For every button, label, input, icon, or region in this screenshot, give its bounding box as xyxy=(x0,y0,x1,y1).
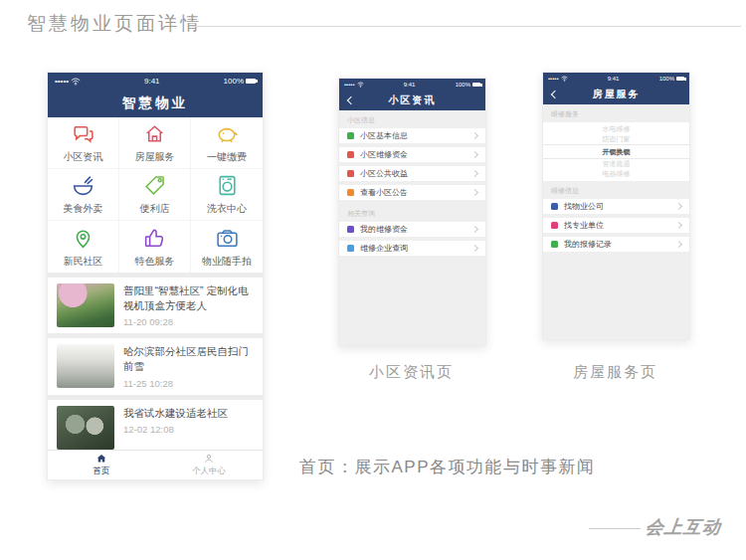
news-list: 普阳里“智慧社区” 定制化电视机顶盒方便老人 11-20 09:28 哈尔滨部分… xyxy=(48,273,263,450)
nav-title: 房屋服务 xyxy=(593,88,641,101)
home-feature-grid: 小区资讯 房屋服务 一键缴费 美食外卖 便利店 洗衣中心 xyxy=(48,117,263,273)
grid-item-laundry-center[interactable]: 洗衣中心 xyxy=(191,169,263,221)
wifi-icon xyxy=(561,76,568,82)
chevron-right-icon xyxy=(471,245,478,252)
mockup-label-service-page: 房屋服务页 xyxy=(542,363,688,382)
back-chevron-icon[interactable] xyxy=(347,95,355,103)
list-item-icon xyxy=(347,151,354,158)
back-chevron-icon[interactable] xyxy=(551,90,559,97)
washing-machine-icon xyxy=(215,173,240,198)
list-item-icon xyxy=(347,245,354,252)
grid-item-one-key-payment[interactable]: 一键缴费 xyxy=(191,117,263,169)
chevron-right-icon xyxy=(471,170,478,177)
chevron-right-icon xyxy=(471,132,478,139)
brand-logo: 会上互动 xyxy=(645,515,723,539)
nav-bar: 智慧物业 xyxy=(48,90,263,117)
status-bar: ••••• 9:41 100% xyxy=(339,79,485,90)
news-list-item[interactable]: 哈尔滨部分社区居民自扫门前雪 11-25 10:28 xyxy=(48,338,263,394)
picker-selected-option[interactable]: 开锁换锁 xyxy=(543,144,689,159)
status-time: 9:41 xyxy=(144,77,160,86)
picker-option[interactable]: 管道疏通 xyxy=(543,159,689,169)
list-item-repair-company-query[interactable]: 维修企业查询 xyxy=(339,241,485,256)
battery-percent: 100% xyxy=(224,77,244,86)
logo-divider xyxy=(589,528,641,529)
list-item-public-income[interactable]: 小区公共收益 xyxy=(339,166,485,181)
status-time: 9:41 xyxy=(404,82,416,88)
list-item-community-basic-info[interactable]: 小区基本信息 xyxy=(339,128,485,143)
design-sheet: 智慧物业页面详情 ••••• 9:41 100% 智慧物业 小区资讯 xyxy=(0,0,746,560)
grid-item-housing-service[interactable]: 房屋服务 xyxy=(119,117,191,169)
battery-icon xyxy=(246,79,256,84)
status-bar: ••••• 9:41 100% xyxy=(543,73,689,84)
signal-dots-icon: ••••• xyxy=(55,77,69,86)
battery-icon xyxy=(676,77,684,81)
news-date: 12-02 12:08 xyxy=(123,424,254,435)
housing-service-mockup: ••••• 9:41 100% 房屋服务 维修服务 水电维修 防盗门窗 开锁换锁… xyxy=(542,72,690,340)
nav-bar: 小区资讯 xyxy=(339,90,485,110)
bowl-chopsticks-icon xyxy=(71,173,95,198)
grid-item-label: 物业随手拍 xyxy=(202,255,252,269)
grid-item-property-snapshot[interactable]: 物业随手拍 xyxy=(191,221,263,273)
section-header: 小区信息 xyxy=(339,110,485,128)
price-tag-icon xyxy=(142,173,167,198)
community-news-mockup: ••••• 9:41 100% 小区资讯 小区信息 小区基本信息 小区维修资金 xyxy=(338,78,486,346)
grid-item-label: 洗衣中心 xyxy=(207,202,247,216)
piggy-bank-icon xyxy=(215,121,240,146)
chevron-right-icon xyxy=(675,203,682,210)
list-item-my-repair-records[interactable]: 我的报修记录 xyxy=(543,237,689,252)
grid-item-label: 一键缴费 xyxy=(207,150,247,164)
chevron-right-icon xyxy=(675,222,682,229)
chevron-right-icon xyxy=(471,226,478,233)
grid-item-community-news[interactable]: 小区资讯 xyxy=(48,117,119,169)
wifi-icon xyxy=(357,82,364,88)
nav-bar: 房屋服务 xyxy=(543,84,689,104)
title-divider xyxy=(195,26,741,27)
list-item-find-professional-unit[interactable]: 找专业单位 xyxy=(543,218,689,233)
list-item-icon xyxy=(347,170,354,177)
home-screen-mockup: ••••• 9:41 100% 智慧物业 小区资讯 房屋服务 一键缴 xyxy=(47,72,264,480)
wifi-icon xyxy=(71,78,81,86)
nav-title: 小区资讯 xyxy=(389,93,437,107)
grid-item-label: 美食外卖 xyxy=(64,202,103,216)
news-date: 11-20 09:28 xyxy=(123,316,254,327)
grid-item-xinmin-community[interactable]: 新民社区 xyxy=(48,221,119,273)
home-page-caption: 首页：展示APP各项功能与时事新闻 xyxy=(299,456,596,478)
tab-home[interactable]: 首页 xyxy=(48,451,155,479)
list-item-icon xyxy=(347,132,354,139)
list-item-icon xyxy=(551,203,558,210)
grid-item-label: 房屋服务 xyxy=(135,150,175,164)
battery-percent: 100% xyxy=(659,76,674,82)
tab-label: 首页 xyxy=(93,466,110,477)
list-item-icon xyxy=(347,226,354,233)
status-time: 9:41 xyxy=(608,76,620,82)
signal-dots-icon: ••••• xyxy=(344,82,355,88)
list-item-community-notice[interactable]: 查看小区公告 xyxy=(339,185,485,200)
news-list-item[interactable]: 我省试水建设适老社区 12-02 12:08 xyxy=(48,400,263,450)
news-thumbnail-elderly xyxy=(57,406,114,450)
news-thumbnail-snow xyxy=(57,344,114,388)
news-title: 我省试水建设适老社区 xyxy=(123,406,254,421)
news-list-item[interactable]: 普阳里“智慧社区” 定制化电视机顶盒方便老人 11-20 09:28 xyxy=(48,278,263,333)
battery-icon xyxy=(472,83,480,87)
picker-option[interactable]: 水电维修 xyxy=(543,124,689,134)
location-pin-icon xyxy=(71,226,95,251)
nav-title: 智慧物业 xyxy=(122,94,188,112)
list-item-repair-fund[interactable]: 小区维修资金 xyxy=(339,147,485,162)
grid-item-special-service[interactable]: 特色服务 xyxy=(119,221,191,273)
grid-item-label: 小区资讯 xyxy=(64,150,103,164)
news-thumbnail-park xyxy=(57,283,114,327)
chevron-right-icon xyxy=(471,151,478,158)
tab-profile[interactable]: 个人中心 xyxy=(155,451,263,479)
picker-option[interactable]: 防盗门窗 xyxy=(543,134,689,144)
grid-item-convenience-store[interactable]: 便利店 xyxy=(119,169,191,221)
list-item-find-property-company[interactable]: 找物业公司 xyxy=(543,199,689,214)
list-item-icon xyxy=(551,222,558,229)
service-type-picker[interactable]: 水电维修 防盗门窗 开锁换锁 管道疏通 电器维修 xyxy=(543,122,689,181)
list-item-my-repair-fund[interactable]: 我的维修资金 xyxy=(339,222,485,237)
grid-item-food-delivery[interactable]: 美食外卖 xyxy=(48,169,119,221)
mockup-label-news-page: 小区资讯页 xyxy=(338,363,484,382)
section-header: 维修服务 xyxy=(543,104,689,122)
grid-item-label: 特色服务 xyxy=(135,255,175,269)
picker-option[interactable]: 电器维修 xyxy=(543,169,689,179)
tab-bar: 首页 个人中心 xyxy=(48,450,263,479)
